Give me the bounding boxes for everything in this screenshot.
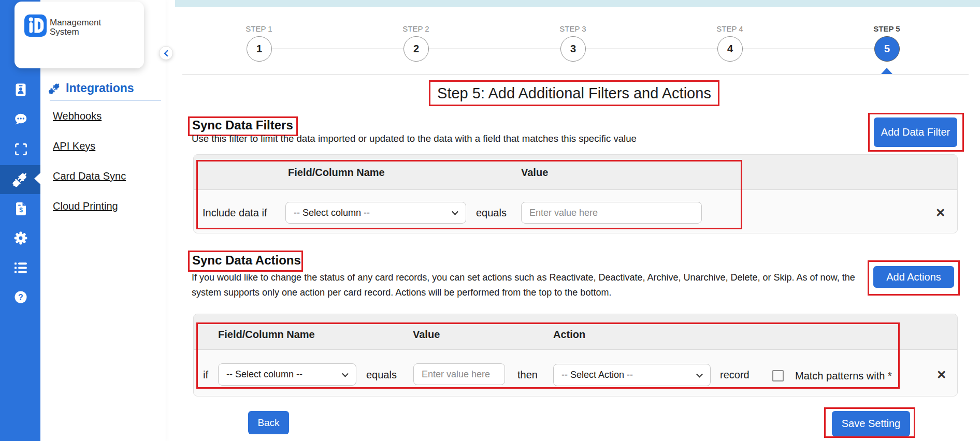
svg-text:?: ? [18,293,23,302]
svg-text:$: $ [19,207,23,214]
